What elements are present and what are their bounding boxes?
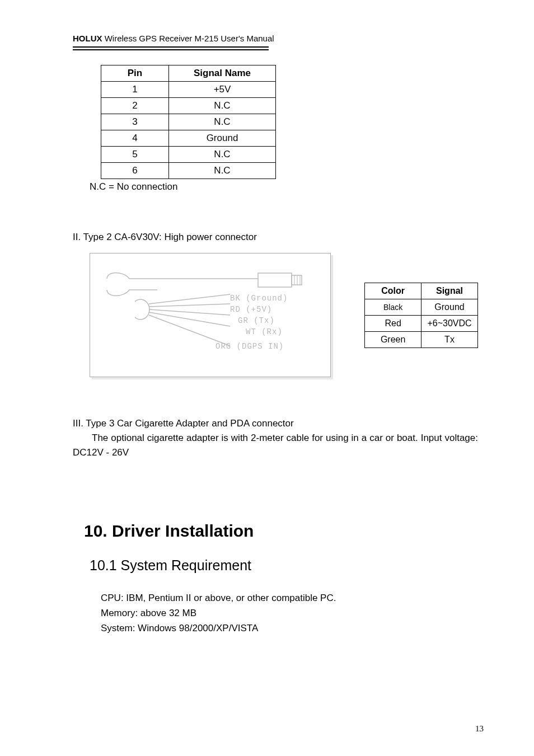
color-cell: Green (365, 331, 421, 348)
header-rest: Wireless GPS Receiver M-215 User's Manua… (102, 34, 274, 43)
req-mem: Memory: above 32 MB (101, 605, 478, 621)
header-brand: HOLUX (73, 34, 102, 43)
pin-cell: N.C (169, 114, 276, 130)
connector-diagram: BK (Ground) RD (+5V) GR (Tx) WT (Rx) ORG… (90, 253, 331, 377)
svg-point-5 (135, 299, 149, 320)
pin-cell: N.C (169, 163, 276, 179)
pin-cell: 4 (101, 130, 169, 147)
pin-cell: N.C (169, 147, 276, 163)
section-3-body: The optional cigarette adapter is with 2… (73, 433, 478, 458)
requirements: CPU: IBM, Pentium II or above, or other … (101, 590, 478, 636)
color-cell: Ground (421, 299, 478, 315)
svg-rect-0 (258, 273, 292, 287)
pin-cell: 6 (101, 163, 169, 179)
page-number: 13 (475, 724, 484, 734)
color-header-signal: Signal (421, 283, 478, 299)
section-3: III. Type 3 Car Cigarette Adapter and PD… (73, 416, 478, 460)
pin-cell: 2 (101, 98, 169, 114)
header-rule (73, 46, 269, 50)
section-2-heading: II. Type 2 CA-6V30V: High power connecto… (73, 232, 478, 243)
label-org: ORG (DGPS IN) (216, 341, 320, 352)
pin-cell: 1 (101, 82, 169, 98)
color-cell: +6~30VDC (421, 315, 478, 331)
color-cell: Tx (421, 331, 478, 348)
req-cpu: CPU: IBM, Pentium II or above, or other … (101, 590, 478, 605)
diagram-labels: BK (Ground) RD (+5V) GR (Tx) WT (Rx) ORG… (230, 293, 320, 352)
header: HOLUX Wireless GPS Receiver M-215 User's… (73, 34, 478, 43)
page: HOLUX Wireless GPS Receiver M-215 User's… (0, 0, 534, 756)
color-cell: Red (365, 315, 421, 331)
diagram-row: BK (Ground) RD (+5V) GR (Tx) WT (Rx) ORG… (73, 253, 478, 377)
label-bk: BK (Ground) (230, 293, 320, 304)
pin-cell: Ground (169, 130, 276, 147)
pin-header-pin: Pin (101, 65, 169, 82)
label-rd: RD (+5V) (230, 304, 320, 315)
section-3-title: III. Type 3 Car Cigarette Adapter and PD… (73, 416, 478, 431)
req-sys: System: Windows 98/2000/XP/VISTA (101, 621, 478, 636)
label-gr: GR (Tx) (238, 315, 320, 326)
pin-header-signal: Signal Name (169, 65, 276, 82)
note-text: N.C = No connection (90, 181, 478, 192)
sysreq-title: 10.1 System Requirement (90, 557, 478, 574)
color-header-color: Color (365, 283, 421, 299)
label-wt: WT (Rx) (246, 326, 320, 337)
pin-cell: N.C (169, 98, 276, 114)
color-cell: Black (365, 299, 421, 315)
pin-table: Pin Signal Name 1+5V 2N.C 3N.C 4Ground 5… (101, 65, 276, 179)
pin-cell: +5V (169, 82, 276, 98)
color-table: Color Signal BlackGround Red+6~30VDC Gre… (364, 283, 478, 348)
driver-title: 10. Driver Installation (84, 522, 478, 541)
pin-cell: 5 (101, 147, 169, 163)
pin-cell: 3 (101, 114, 169, 130)
